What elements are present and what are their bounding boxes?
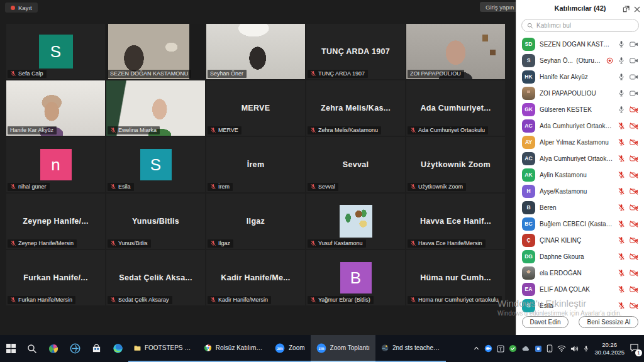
- video-tile[interactable]: SevvalSevval: [306, 137, 405, 192]
- video-tile[interactable]: Użytkownik ZoomUżytkownik Zoom: [406, 137, 505, 192]
- video-tile[interactable]: nnihal güner: [6, 137, 105, 192]
- video-tile[interactable]: Havva Ece Hanif...Havva Ece Hanife/Mersi…: [406, 194, 505, 249]
- mic-off-icon: [310, 70, 316, 77]
- taskbar-app-zoom-toplant[interactable]: zmZoom Toplantı: [311, 335, 375, 362]
- participant-row[interactable]: SDSEZEN DOĞAN KASTAM... (Ben): [516, 36, 644, 52]
- video-tile[interactable]: Kadir Hanife/Me...Kadir Hanife/Mersin: [206, 250, 305, 305]
- video-tile[interactable]: MERVEMERVE: [206, 80, 305, 136]
- participant-row[interactable]: EAELİF ADA ÇOLAK: [516, 281, 644, 297]
- participant-row[interactable]: AKAylin Kastamonu: [516, 167, 644, 183]
- video-tile[interactable]: Furkan Hanife/...Furkan Hanife/Mersin: [6, 250, 105, 305]
- teams-icon[interactable]: [497, 345, 504, 353]
- participant-row[interactable]: SEsila: [516, 297, 644, 314]
- popout-icon[interactable]: [623, 4, 630, 15]
- avatar: B: [522, 201, 535, 214]
- participant-row[interactable]: ACAda Cumhuriyet Ortaokulu: [516, 118, 644, 134]
- sign-in-button[interactable]: Giriş yapın: [480, 2, 519, 12]
- participant-row[interactable]: SSeyhan Ö... (Oturum Sahibi): [516, 52, 644, 69]
- participant-row[interactable]: GKGülseren KESTEK: [516, 101, 644, 118]
- photos-app-icon[interactable]: [43, 335, 64, 362]
- tile-name-label: MERVE: [208, 126, 242, 134]
- video-tile[interactable]: Hanife Kar Akyüz: [6, 80, 105, 136]
- video-tile[interactable]: IlgazIlgaz: [206, 194, 305, 249]
- mic-on-icon: [618, 40, 625, 48]
- tile-display-name: Sevval: [343, 160, 369, 169]
- tile-name-label: TUNÇ ARDA 1907: [308, 70, 368, 78]
- mic-off-icon: [310, 127, 316, 133]
- taskbar-clock[interactable]: 20:26 30.04.2025: [594, 341, 625, 356]
- participant-row[interactable]: HKHanife Kar Akyüz: [516, 69, 644, 85]
- video-tile[interactable]: SEsila: [106, 137, 205, 192]
- recording-indicator[interactable]: Kayıt: [5, 3, 38, 13]
- tile-name-label: Yağmur Ebrar (Bitlis): [308, 296, 374, 304]
- globe-icon: [381, 343, 389, 353]
- bluejeans-icon[interactable]: [535, 345, 542, 353]
- participant-search[interactable]: [521, 19, 639, 32]
- taskbar-app-rols-z-kat-l-mc-lar-i[interactable]: Rolsüz Katılımcılar i...: [199, 335, 269, 362]
- participant-row[interactable]: ela ERDOĞAN: [516, 265, 644, 281]
- video-tile[interactable]: İremİrem: [206, 137, 305, 192]
- participant-row[interactable]: ÇÇINAR KILINÇ: [516, 232, 644, 248]
- zoom-tray-icon[interactable]: [484, 344, 492, 353]
- participant-row[interactable]: ZOI PAPAPOULIOU: [516, 85, 644, 101]
- video-tile[interactable]: Ewelina Miarka: [106, 80, 205, 136]
- avatar: [522, 266, 535, 280]
- antivirus-icon[interactable]: [509, 344, 517, 353]
- volume-icon[interactable]: [570, 345, 579, 353]
- recording-label: Kayıt: [18, 4, 32, 11]
- participant-row[interactable]: BCBuğlem CEBECİ (Kastamonu): [516, 216, 644, 232]
- search-taskbar-icon[interactable]: [21, 335, 43, 362]
- tile-display-name: Sedat Çelik Aksa...: [119, 273, 192, 282]
- close-icon[interactable]: [634, 4, 640, 15]
- video-tile[interactable]: Yusuf Kastamonu: [306, 194, 405, 249]
- video-tile[interactable]: Sedat Çelik Aksa...Sedat Çelik Aksaray: [106, 250, 205, 305]
- video-tile[interactable]: Zehra Melis/Kas...Zehra Melis/Kastamonu: [306, 80, 405, 136]
- avatar: BC: [522, 217, 535, 231]
- search-icon: [527, 20, 533, 31]
- taskbar-app-footsteps-etwinni[interactable]: FOOTSTEPS eTwinni...: [128, 335, 199, 362]
- tile-name-label: Użytkownik Zoom: [408, 183, 466, 191]
- mic-off-icon: [210, 127, 216, 133]
- video-tile[interactable]: TUNÇ ARDA 1907TUNÇ ARDA 1907: [306, 24, 405, 79]
- video-tile[interactable]: Hüma nur Cumh...Hüma nur Cumhuriyet orta…: [406, 250, 505, 305]
- participant-row[interactable]: DGDaphne Gkoura: [516, 248, 644, 265]
- internet-explorer-icon[interactable]: [64, 335, 86, 362]
- notification-center-icon[interactable]: 1: [630, 343, 639, 354]
- edge-icon[interactable]: [107, 335, 128, 362]
- camera-on-icon: [630, 90, 638, 97]
- participant-row[interactable]: HAyşe/Kastamonu: [516, 183, 644, 199]
- video-tile[interactable]: Zeynep Hanife/...Zeynep Hanife/Mersin: [6, 194, 105, 249]
- tile-name-label: Sevval: [308, 183, 338, 191]
- mute-me-button[interactable]: Beni Sessize Al: [579, 316, 638, 328]
- video-tile[interactable]: Yunus/BitlisYunus/Bitlis: [106, 194, 205, 249]
- phone-icon[interactable]: [547, 344, 553, 353]
- video-tile[interactable]: SSefa Calp: [6, 24, 105, 79]
- participant-row[interactable]: ACAlya Cumhuriyet Ortaokulu: [516, 150, 644, 167]
- mic-off-icon: [410, 297, 416, 303]
- participant-name: ela ERDOĞAN: [540, 270, 613, 277]
- microsoft-store-icon[interactable]: [86, 335, 107, 362]
- onedrive-icon[interactable]: [521, 346, 530, 352]
- video-tile[interactable]: ZOI PAPAPOULIOU: [406, 24, 505, 79]
- video-tile[interactable]: Ada Cumhuriyet...Ada Cumhuriyet Ortaokul…: [406, 80, 505, 136]
- invite-button[interactable]: Davet Edin: [522, 316, 569, 328]
- microphone-icon[interactable]: [583, 344, 589, 353]
- video-tile[interactable]: Seyhan Öner: [206, 24, 305, 79]
- taskbar-app-2nd-sts-teacher-me[interactable]: 2nd sts teacher me...: [375, 335, 446, 362]
- camera-off-icon: [630, 106, 638, 113]
- tile-name-label: Sefa Calp: [8, 70, 47, 78]
- tile-name-label: ZOI PAPAPOULIOU: [408, 70, 464, 78]
- chevron-up-icon[interactable]: [473, 345, 480, 352]
- avatar: GK: [522, 103, 535, 116]
- search-input[interactable]: [536, 22, 633, 29]
- video-tile[interactable]: BYağmur Ebrar (Bitlis): [306, 250, 405, 305]
- video-tile[interactable]: SEZEN DOĞAN KASTAMONU: [106, 24, 205, 79]
- tile-name-label: Hüma nur Cumhuriyet ortaokulu: [408, 296, 502, 304]
- participant-row[interactable]: AYAlper Yılmaz Kastamonu: [516, 134, 644, 150]
- start-button[interactable]: [0, 335, 21, 362]
- taskbar-app-zoom[interactable]: zmZoom: [269, 335, 311, 362]
- mic-off-icon: [210, 240, 216, 246]
- participant-row[interactable]: BBeren: [516, 199, 644, 216]
- participant-name: Alper Yılmaz Kastamonu: [540, 139, 613, 146]
- wifi-icon[interactable]: [557, 345, 566, 352]
